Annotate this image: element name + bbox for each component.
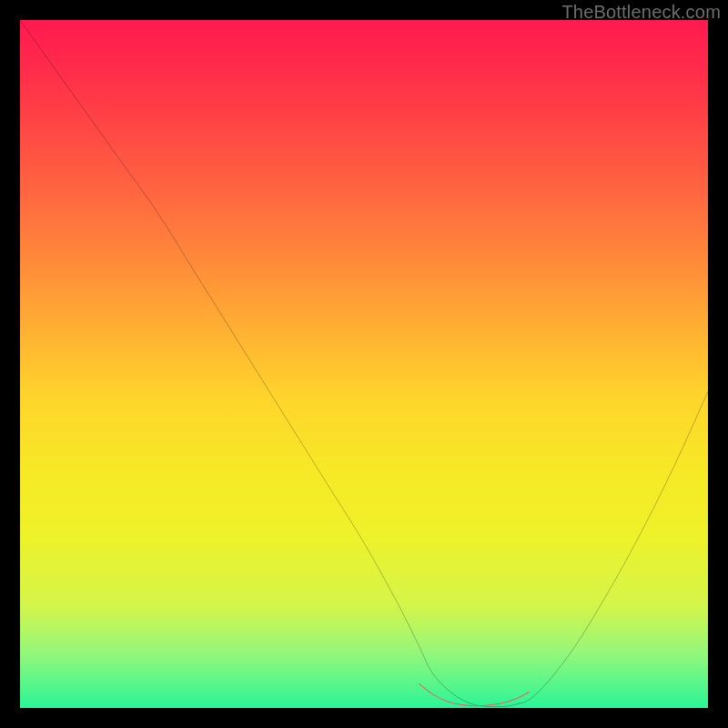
bottleneck-curve: [20, 20, 708, 706]
highlight-segment: [419, 684, 529, 706]
curve-svg: [20, 20, 708, 708]
chart-container: TheBottleneck.com: [0, 0, 728, 728]
watermark-text: TheBottleneck.com: [561, 2, 721, 23]
